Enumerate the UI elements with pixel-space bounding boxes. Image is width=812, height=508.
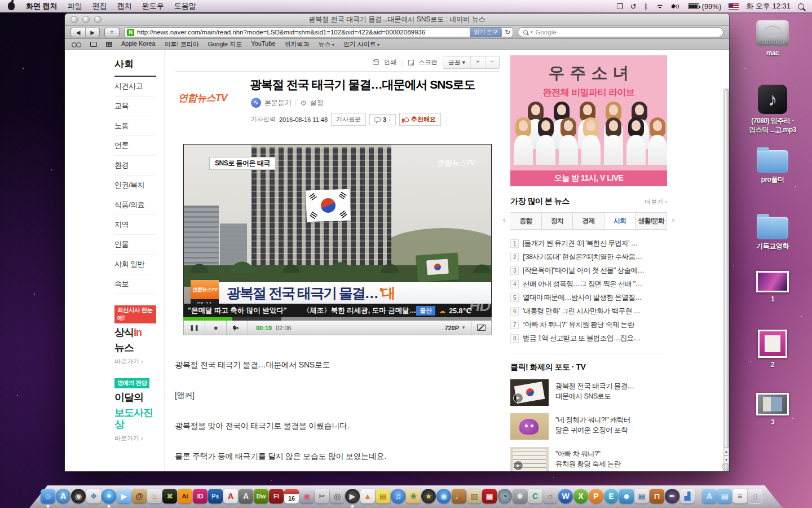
dock-icon[interactable]: ☺ (41, 489, 55, 503)
news-list-item[interactable]: 4 선배 아내 성폭행…그 장면 찍은 선배 "… (510, 277, 667, 291)
menu-clock[interactable]: 화 오후 12:31 (746, 1, 791, 11)
back-button[interactable]: ◀ (71, 28, 85, 37)
dock-icon[interactable]: ▯ (748, 489, 762, 503)
print-button[interactable]: 인쇄 (384, 58, 396, 67)
desktop-icon[interactable]: pro폴더 (740, 150, 805, 185)
dock-icon[interactable]: ▥ (467, 489, 482, 503)
dock-icon[interactable]: ✦ (102, 489, 116, 503)
zoom-button[interactable] (94, 16, 102, 23)
category-item[interactable]: 인물 (114, 235, 156, 255)
font-smaller-button[interactable]: − (485, 56, 499, 68)
news-list-item[interactable]: 7 “아빠 차 뭐니?” 유치원 황당 숙제 논란 (510, 318, 667, 331)
battery-icon[interactable] (688, 3, 699, 9)
photo-tv-item[interactable]: "아빠 차 뭐니?"유치원 황당 숙제 논란 (510, 447, 667, 471)
search-field[interactable]: ▾ Google (518, 27, 723, 37)
dock-icon[interactable]: ID (193, 489, 208, 503)
bookmarks-icon[interactable] (90, 42, 97, 47)
dock-icon[interactable]: ★ (421, 489, 436, 503)
dock-icon[interactable]: ✂ (315, 489, 329, 503)
dock-icon[interactable]: A (223, 489, 238, 503)
bookmark-item[interactable]: Apple Korea (121, 40, 156, 49)
dock-icon[interactable]: ▤ (634, 489, 649, 503)
dock-icon[interactable]: W (558, 489, 573, 503)
promo-photo-award[interactable]: 명예의 전당 이달의 보도사진상 바로가기 › (114, 377, 156, 443)
dock-icon[interactable]: ✖ (162, 489, 177, 503)
dock-icon[interactable]: ▶ (345, 489, 360, 503)
dock-icon[interactable]: ◉ (436, 489, 451, 503)
news-tab[interactable]: 사회 (604, 212, 636, 230)
dock-icon[interactable]: ▶ (117, 489, 131, 503)
menu-item[interactable]: 도움말 (174, 1, 196, 11)
screen-sharing-icon[interactable]: ❒ (616, 3, 623, 10)
dock-icon[interactable]: ♩ (452, 489, 466, 503)
more-link[interactable]: 더보기 › (645, 198, 667, 206)
menu-item[interactable]: 캡처 (117, 1, 132, 11)
dock-icon[interactable]: C (528, 489, 542, 503)
category-item[interactable]: 식품/의료 (114, 195, 156, 215)
category-item[interactable]: 사회 일반 (114, 255, 156, 274)
press-logo[interactable]: 연합뉴스TV (178, 91, 227, 104)
title-bar[interactable]: 광복절 전국 태극기 물결...대문에서 SNS로도 : 네이버 뉴스 (65, 14, 729, 26)
news-list-item[interactable]: 1 [들개가 된 유기견 ①] '북한산 무법자' … (510, 237, 667, 250)
desktop-icon[interactable]: 1 (740, 271, 805, 304)
bookmark-item[interactable]: 뉴스 (318, 40, 334, 49)
menu-item[interactable]: 편집 (92, 1, 107, 11)
quality-selector[interactable]: 720P▼ (439, 325, 471, 331)
time-machine-menu-icon[interactable]: ↺ (630, 3, 637, 10)
category-item[interactable]: 환경 (114, 156, 156, 176)
category-item[interactable]: 노동 (114, 116, 156, 136)
dock-icon[interactable]: ⊓ (650, 489, 664, 503)
news-list-item[interactable]: 5 열대야 때문에…밤사이 발생한 온열질… (510, 291, 667, 304)
vlive-banner[interactable]: 오늘 밤 11시, V LIVE (510, 170, 667, 186)
bookmark-item[interactable]: Google 지도 (208, 40, 242, 49)
comments-button[interactable]: 3 › (369, 114, 396, 125)
dock-icon[interactable]: ❖ (86, 489, 101, 503)
dock-icon[interactable]: A (56, 489, 70, 503)
scroll-down-button[interactable]: ▼ (723, 456, 729, 464)
dock-icon[interactable]: ▲ (360, 489, 375, 503)
dock-icon[interactable]: ♫ (391, 489, 405, 503)
menu-item[interactable]: 화면 캡처 (26, 1, 58, 11)
category-item[interactable]: 지역 (114, 215, 156, 235)
dock-icon[interactable]: @ (132, 489, 147, 503)
spotlight-icon[interactable] (798, 3, 804, 10)
thumbnail[interactable] (510, 379, 549, 406)
bluetooth-icon[interactable]: ᛒ (644, 3, 648, 10)
dock-icon[interactable]: ∩ (543, 489, 558, 503)
settings-button[interactable]: 설정 (310, 98, 324, 108)
news-tab[interactable]: 정치 (542, 212, 573, 230)
wifi-icon[interactable] (656, 3, 664, 10)
dock-icon[interactable]: ♨ (147, 489, 162, 503)
search-engine-caret[interactable]: ▾ (531, 30, 533, 34)
url-text[interactable]: http://news.naver.com/main/read.nhn?mode… (137, 29, 467, 36)
category-item[interactable]: 언론 (114, 136, 156, 156)
close-button[interactable] (70, 16, 78, 23)
dock-icon[interactable]: A (702, 489, 717, 503)
scrap-button[interactable]: 스크랩 (419, 58, 438, 67)
font-button[interactable]: 글꼴 ▾ (443, 56, 471, 68)
recommend-button[interactable]: 추천해요 (399, 113, 441, 126)
dock-icon[interactable]: ◔ (497, 489, 512, 503)
dock-icon[interactable]: A (239, 489, 253, 503)
original-article-button[interactable]: 기사원문 (331, 113, 366, 126)
dock-icon[interactable]: ☻ (619, 489, 634, 503)
listen-button[interactable]: 본문듣기 (264, 98, 292, 108)
window-resize-grip[interactable] (722, 464, 729, 471)
news-tab[interactable]: 종합 (510, 212, 542, 230)
bookmark-item[interactable]: 야후! 코리아 (165, 40, 199, 49)
desktop-icon[interactable]: 기독교영화 (740, 217, 805, 251)
dock-icon[interactable]: Fl (269, 489, 284, 503)
address-bar[interactable]: N http://news.naver.com/main/read.nhn?mo… (124, 27, 513, 37)
pause-button[interactable]: ❚❚ (184, 321, 205, 335)
dock-icon[interactable]: Ai (178, 489, 192, 503)
promo-sangsik-news[interactable]: 최신시사 한눈에! 상식in 뉴스 바로가기 › (114, 305, 156, 366)
dock-icon[interactable]: Ps (208, 489, 223, 503)
reading-list-icon[interactable] (72, 42, 81, 47)
category-item[interactable]: 사건사고 (114, 77, 156, 97)
dock-icon[interactable]: X (573, 489, 588, 503)
news-tab[interactable]: 경제 (573, 212, 604, 230)
desktop-icon[interactable]: 3 (740, 393, 805, 427)
scroll-up-button[interactable]: ▲ (723, 447, 729, 456)
dock-icon[interactable]: ❀ (406, 489, 421, 503)
dock-icon[interactable]: ▦ (482, 489, 497, 503)
